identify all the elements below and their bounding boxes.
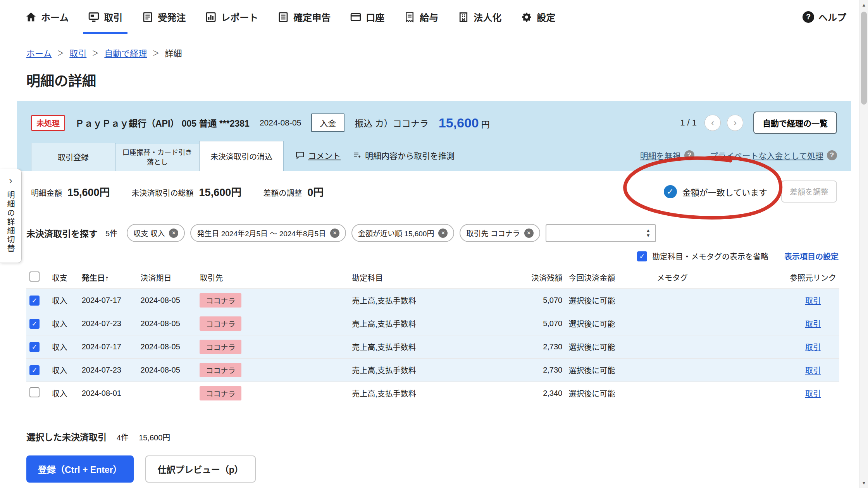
row-checkbox[interactable] [29,319,40,329]
row-select-cell [26,312,49,335]
tab-inactive[interactable]: 口座振替・カード引き落とし [115,144,200,171]
nav-item-orders[interactable]: 受発注 [132,0,195,34]
chip-close-icon[interactable] [524,229,534,238]
accounts-icon [350,11,362,23]
row-checkbox[interactable] [29,296,40,306]
omit-label: 勘定科目・メモタグの表示を省略 [652,251,768,262]
statement-row: 未処理 ＰａｙＰａｙ銀行（API） 005 普通 ***2381 2024-08… [17,101,851,141]
row-select-cell [26,335,49,359]
statement-description: 振込 カ）ココナラ [355,116,428,129]
pager-next-button[interactable] [727,115,743,131]
ignore-help-icon[interactable] [684,150,694,160]
statement-pager: 1 / 1 自動で経理の一覧 [680,112,837,134]
selected-section-title: 選択した未決済取引 [26,430,107,443]
column-header[interactable]: 今回決済金額 [565,266,654,289]
row-issue-date: 2024-07-23 [79,312,138,335]
nav-item-label: レポート [221,10,258,24]
breadcrumb-item[interactable]: 取引 [69,46,86,59]
nav-item-reports[interactable]: レポート [195,0,268,34]
page-title: 明細の詳細 [26,70,868,90]
private-help-icon[interactable] [827,150,837,160]
filter-chip[interactable]: 取引先 ココナラ [460,224,540,242]
select-all-checkbox[interactable] [29,271,40,282]
comment-link[interactable]: コメント [295,149,341,161]
row-checkbox[interactable] [29,342,40,352]
pager-count: 1 / 1 [680,118,697,128]
breadcrumb: ホーム取引自動で経理詳細 [26,46,868,59]
private-deposit-link[interactable]: プライベートな入金として処理 [710,149,837,161]
row-transaction-link[interactable]: 取引 [805,366,821,375]
unsettled-total-value: 15,600円 [199,184,242,199]
column-header[interactable]: 参照元リンク [772,266,839,289]
unsettled-transaction-row: 収入2024-07-232024-08-05ココナラ売上高,支払手数料5,070… [26,312,839,335]
pager-prev-button[interactable] [704,115,721,131]
partner-badge: ココナラ [200,386,241,400]
vertical-scrollbar[interactable] [859,0,868,488]
column-header[interactable]: 決済残額 [497,266,565,289]
nav-item-tax-return[interactable]: 確定申告 [268,0,340,34]
settings-icon [521,11,532,23]
nav-item-label: ホーム [41,10,69,24]
column-header[interactable]: 収支 [49,266,79,289]
header-select-cell [26,266,49,289]
unsettled-table-head-row: 収支発生日↑決済期日取引先勘定科目決済残額今回決済金額メモタグ参照元リンク [26,266,839,289]
tab-inactive[interactable]: 取引登録 [31,143,115,171]
row-transaction-link[interactable]: 取引 [805,343,821,352]
filter-chip[interactable]: 収支 収入 [127,224,185,242]
register-button[interactable]: 登録（Ctrl + Enter） [26,455,134,483]
filter-chip-label: 収支 収入 [133,228,165,238]
difference-value: 0円 [307,184,324,199]
help-button[interactable]: ヘルプ [803,0,846,34]
column-header[interactable]: 勘定科目 [349,266,497,289]
auto-accounting-list-button[interactable]: 自動で経理の一覧 [753,112,837,134]
chip-close-icon[interactable] [330,229,339,238]
nav-item-home[interactable]: ホーム [16,0,78,34]
row-inout: 収入 [49,335,79,359]
chip-close-icon[interactable] [169,229,178,238]
ignore-statement-link[interactable]: 明細を無視 [640,149,694,161]
row-account-item: 売上高,支払手数料 [349,359,497,382]
row-transaction-link[interactable]: 取引 [805,297,821,305]
nav-item-transactions[interactable]: 取引 [78,0,132,34]
omit-checkbox[interactable] [637,251,647,261]
help-icon [803,11,814,23]
display-settings-link[interactable]: 表示項目の設定 [784,251,839,262]
guess-label: 明細内容から取引を推測 [365,149,455,161]
journal-preview-button[interactable]: 仕訳プレビュー（p） [145,455,256,483]
filter-chip[interactable]: 発生日 2024年2月5日 〜 2024年8月5日 [190,224,346,242]
column-header[interactable]: メモタグ [654,266,772,289]
nav-item-accounts[interactable]: 口座 [340,0,394,34]
statement-detail-toggle[interactable]: 明細の詳細切替 [0,169,22,263]
chevron-right-icon [9,175,12,186]
breadcrumb-item[interactable]: 自動で経理 [104,46,147,59]
scrollbar-down-arrow[interactable] [860,478,868,488]
nav-item-label: 口座 [366,10,384,24]
nav-item-payroll[interactable]: 給与 [394,0,448,34]
scrollbar-up-arrow[interactable] [860,0,868,10]
column-header[interactable]: 発生日↑ [79,266,138,289]
deposit-type-badge[interactable]: 入金 [311,113,344,132]
column-header[interactable]: 取引先 [196,266,349,289]
row-settlement-amount: 選択後に可能 [565,335,654,359]
adjust-difference-button[interactable]: 差額を調整 [781,180,837,203]
breadcrumb-item[interactable]: ホーム [26,46,52,59]
row-checkbox[interactable] [29,387,40,397]
help-label: ヘルプ [818,10,846,24]
filter-select-dropdown[interactable] [546,224,656,242]
column-header[interactable]: 決済期日 [138,266,197,289]
home-icon [25,11,37,23]
row-remaining-amount: 2,730 [497,335,565,359]
nav-item-settings[interactable]: 設定 [511,0,565,34]
row-remaining-amount: 2,340 [497,382,565,405]
row-transaction-link[interactable]: 取引 [805,320,821,328]
row-due-date: 2024-08-05 [138,312,197,335]
scrollbar-thumb[interactable] [861,12,867,105]
row-checkbox[interactable] [29,365,40,375]
tab-active[interactable]: 未決済取引の消込 [199,141,284,171]
statement-amount-label: 明細金額 [31,187,62,198]
chip-close-icon[interactable] [438,229,448,238]
row-transaction-link[interactable]: 取引 [805,390,821,398]
guess-transaction-link[interactable]: 明細内容から取引を推測 [352,149,455,161]
nav-item-incorporation[interactable]: 法人化 [448,0,511,34]
filter-chip[interactable]: 金額が近い順 15,600円 [351,224,454,242]
